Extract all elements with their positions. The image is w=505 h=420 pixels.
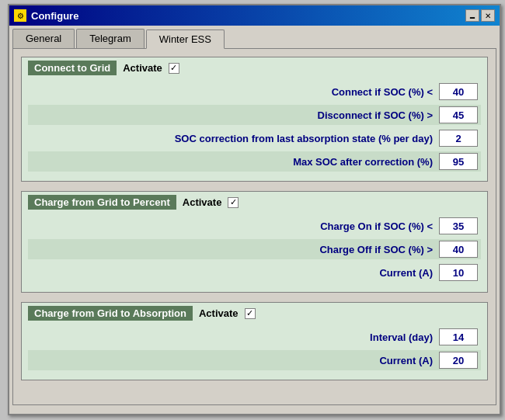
charge-on-soc-value[interactable] [439,217,478,234]
connect-soc-input[interactable] [440,84,477,99]
window-icon: ⚙ [14,9,26,22]
connect-to-grid-checkbox[interactable]: ✓ [169,63,179,74]
max-soc-row: Max SOC after correction (%) [28,151,481,172]
connect-soc-label: Connect if SOC (%) < [31,86,439,98]
absorption-current-input[interactable] [440,352,477,368]
minimize-button[interactable]: 🗕 [465,9,479,22]
charge-off-soc-label: Charge Off if SOC (%) > [31,244,439,255]
charge-grid-absorption-section: Charge from Grid to Absorption Activate … [21,302,488,380]
tab-winter-ess[interactable]: Winter ESS [146,30,225,49]
max-soc-label: Max SOC after correction (%) [31,156,439,168]
charge-grid-percent-header: Charge from Grid to Percent Activate ✓ [28,195,481,210]
disconnect-soc-value[interactable] [439,106,478,123]
current-a-value[interactable] [439,264,478,281]
charge-grid-percent-title: Charge from Grid to Percent [28,195,176,210]
interval-row: Interval (day) [28,327,481,347]
connect-to-grid-title: Connect to Grid [28,61,117,75]
tab-general[interactable]: General [12,29,75,48]
absorption-current-row: Current (A) [28,350,481,370]
connect-to-grid-section: Connect to Grid Activate ✓ Connect if SO… [21,57,488,182]
charge-off-soc-input[interactable] [440,241,477,257]
interval-value[interactable] [439,328,478,345]
soc-correction-value[interactable] [439,130,478,147]
charge-on-soc-input[interactable] [440,218,477,234]
charge-grid-percent-section: Charge from Grid to Percent Activate ✓ C… [21,191,488,293]
tab-content: Connect to Grid Activate ✓ Connect if SO… [12,48,496,405]
current-a-input[interactable] [440,265,477,280]
connect-to-grid-activate-label: Activate [123,62,162,74]
disconnect-soc-row: Disconnect if SOC (%) > [28,105,481,125]
charge-grid-percent-checkbox[interactable]: ✓ [228,197,239,208]
connect-soc-row: Connect if SOC (%) < [28,82,481,102]
charge-grid-absorption-title: Charge from Grid to Absorption [28,306,193,321]
absorption-current-label: Current (A) [31,355,439,366]
charge-off-soc-row: Charge Off if SOC (%) > [28,239,481,259]
max-soc-value[interactable] [439,153,478,170]
title-bar: ⚙ Configure 🗕 ✕ [9,5,500,26]
charge-off-soc-value[interactable] [439,241,478,258]
charge-on-soc-label: Charge On if SOC (%) < [31,220,439,232]
soc-correction-label: SOC correction from last absorption stat… [31,133,439,144]
tab-telegram[interactable]: Telegram [76,29,144,48]
charge-grid-percent-activate-label: Activate [183,196,222,208]
soc-correction-row: SOC correction from last absorption stat… [28,128,481,148]
window-title: Configure [31,10,78,22]
tab-bar: General Telegram Winter ESS [9,26,500,48]
charge-grid-absorption-activate-label: Activate [199,307,239,319]
current-a-label: Current (A) [31,267,439,279]
title-buttons: 🗕 ✕ [465,9,495,22]
connect-to-grid-header: Connect to Grid Activate ✓ [28,61,481,75]
current-a-row: Current (A) [28,262,481,283]
close-button[interactable]: ✕ [481,9,495,22]
max-soc-input[interactable] [440,154,477,169]
absorption-current-value[interactable] [439,352,478,369]
soc-correction-input[interactable] [440,130,477,146]
disconnect-soc-label: Disconnect if SOC (%) > [31,109,439,121]
charge-grid-absorption-header: Charge from Grid to Absorption Activate … [28,306,481,321]
disconnect-soc-input[interactable] [440,107,477,123]
connect-soc-value[interactable] [439,83,478,100]
interval-label: Interval (day) [31,331,439,343]
interval-input[interactable] [440,329,477,345]
charge-grid-absorption-checkbox[interactable]: ✓ [245,308,256,319]
charge-on-soc-row: Charge On if SOC (%) < [28,216,481,236]
configure-window: ⚙ Configure 🗕 ✕ General Telegram Winter … [8,4,501,415]
